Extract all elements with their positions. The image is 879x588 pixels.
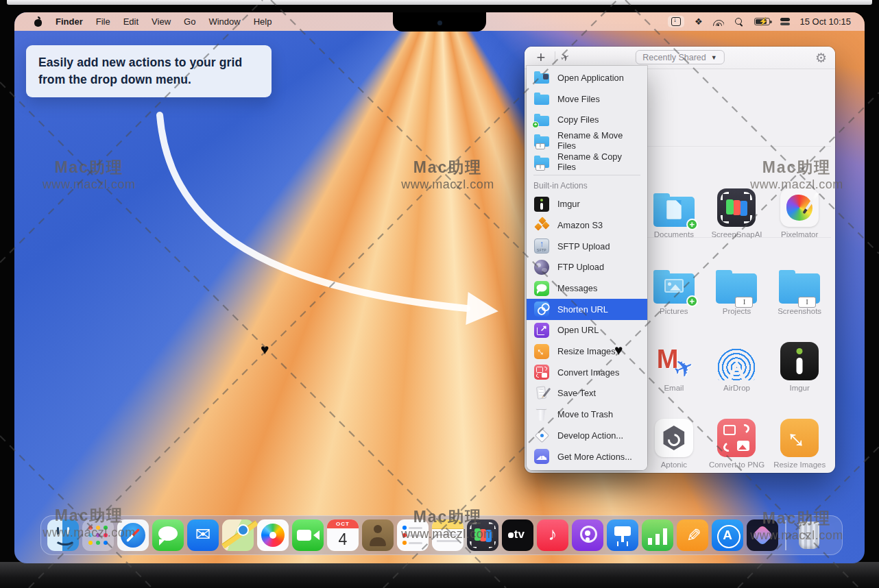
menu-item-open-url[interactable]: Open URL [527, 320, 647, 341]
recently-shared-dropdown[interactable]: Recently Shared ▼ [635, 50, 724, 64]
dock-trash[interactable] [793, 519, 825, 551]
menu-item-open-application[interactable]: Open Application [527, 67, 647, 88]
convert-images-icon [533, 364, 550, 380]
menu-item-copy-files[interactable]: + Copy Files [527, 109, 647, 130]
grid-item-airdrop[interactable]: AirDrop [706, 315, 769, 392]
folder-rename-icon [779, 273, 820, 304]
menu-item-convert-images[interactable]: Convert Images [527, 362, 647, 383]
grid-item-documents[interactable]: + Documents [642, 162, 706, 238]
grid-item-email[interactable]: M✈ Email [642, 315, 706, 392]
grid-item-screenshots[interactable]: Screenshots [768, 238, 831, 315]
menu-edit[interactable]: Edit [123, 16, 139, 27]
dock-pages[interactable] [677, 519, 708, 551]
search-icon[interactable] [734, 17, 744, 27]
dock-contacts[interactable] [362, 519, 394, 551]
macbook-mockup: Finder File Edit View Go Window Help ❖ ⚡… [0, 0, 879, 588]
amazon-s3-icon [533, 217, 550, 233]
menu-item-sftp-upload[interactable]: SFTP Upload [527, 236, 647, 257]
menu-item-rename-copy-files[interactable]: Rename & Copy Files [527, 151, 647, 173]
menu-view[interactable]: View [152, 16, 171, 27]
ftp-globe-icon [533, 259, 550, 275]
menu-item-get-more-actions[interactable]: Get More Actions... [527, 446, 647, 467]
calendar-day: 4 [327, 528, 359, 551]
grid-item-projects[interactable]: Projects [706, 238, 769, 315]
dock-mail[interactable] [187, 519, 219, 551]
dock-launchpad[interactable] [82, 519, 114, 551]
share-icon[interactable]: ✈ [559, 50, 571, 64]
grid-item-pictures[interactable]: + Pictures [642, 238, 706, 315]
menu-window[interactable]: Window [208, 16, 240, 27]
dock-messages[interactable] [152, 519, 184, 551]
dock-screensnapai[interactable] [467, 519, 498, 551]
tutorial-callout: Easily add new actions to your grid from… [26, 45, 272, 97]
folder-rename-icon [533, 132, 550, 149]
dock-safari[interactable] [117, 519, 149, 551]
grid-item-pixelmator[interactable]: Pixelmator [768, 162, 831, 238]
menu-item-ftp-upload[interactable]: FTP Upload [527, 257, 647, 278]
dock-calendar[interactable]: OCT 4 [327, 519, 359, 551]
dock-facetime[interactable] [292, 519, 324, 551]
battery-charging-icon[interactable]: ⚡ [754, 18, 770, 25]
dock-maps[interactable] [222, 519, 254, 551]
control-center-icon[interactable] [780, 18, 790, 25]
apple-menu-icon[interactable] [34, 16, 43, 27]
dock-finder[interactable] [47, 519, 79, 551]
grid-item-resize-images[interactable]: Resize Images [768, 392, 831, 469]
dock-keynote[interactable] [607, 519, 638, 551]
menu-item-messages[interactable]: Messages [527, 278, 647, 299]
email-plane-icon: M✈ [654, 345, 694, 380]
grid-item-convert-to-png[interactable]: Convert to PNG [706, 392, 769, 469]
pixelmator-app-icon [780, 188, 819, 227]
menu-item-move-files[interactable]: Move Files [527, 88, 647, 110]
menu-item-save-text[interactable]: Save Text [527, 383, 647, 404]
cloud-download-icon [533, 448, 550, 465]
sftp-disk-icon [533, 238, 550, 254]
folder-app-icon [533, 69, 550, 86]
macbook-notch [393, 12, 486, 32]
filter-label: Recently Shared [642, 53, 706, 62]
dock-numbers[interactable] [642, 519, 673, 551]
menu-item-imgur[interactable]: Imgur [527, 193, 647, 215]
menu-section-header: Built-in Actions [527, 178, 647, 193]
menu-go[interactable]: Go [184, 16, 195, 27]
gear-icon[interactable]: ⚙ [815, 50, 827, 66]
grid-item-imgur[interactable]: Imgur [768, 315, 831, 392]
messages-icon [533, 280, 550, 297]
macbook-lid-edge [7, 0, 872, 5]
folder-rename-icon [716, 273, 757, 304]
add-action-dropdown-menu: Open Application Move Files + Copy Files… [527, 66, 647, 470]
dock-shortcuts[interactable] [747, 519, 778, 551]
dock-music[interactable] [537, 519, 568, 551]
grid-item-aptonic[interactable]: Aptonic [642, 392, 706, 469]
menu-app-name[interactable]: Finder [56, 16, 83, 27]
menu-item-shorten-url[interactable]: Shorten URL [527, 299, 647, 320]
menu-item-resize-images[interactable]: Resize Images [527, 341, 647, 362]
dropshare-status-item[interactable] [668, 16, 684, 27]
menu-help[interactable]: Help [254, 16, 272, 27]
grid-item-screensnapai[interactable]: ScreenSnapAI [706, 162, 769, 238]
menu-item-move-to-trash[interactable]: Move to Trash [527, 404, 647, 425]
menu-bar-clock[interactable]: 15 Oct 10:15 [800, 16, 851, 27]
trash-icon [533, 406, 550, 423]
menu-item-rename-move-files[interactable]: Rename & Move Files [527, 130, 647, 151]
menu-separator [533, 175, 640, 175]
dock-app-store[interactable] [712, 519, 743, 551]
menu-item-develop-action[interactable]: Develop Action... [527, 425, 647, 446]
toolbar-divider [555, 51, 555, 64]
menu-item-amazon-s3[interactable]: Amazon S3 [527, 215, 647, 236]
add-action-button[interactable]: + [533, 50, 549, 65]
calendar-month: OCT [327, 519, 359, 528]
dock-reminders[interactable] [397, 519, 429, 551]
dock-tv[interactable] [502, 519, 533, 551]
folder-pictures-plus-icon: + [653, 273, 695, 304]
dock-photos[interactable] [257, 519, 289, 551]
screensnap-app-icon [717, 188, 756, 227]
airdrop-rings-icon [718, 346, 755, 380]
dropbox-icon[interactable]: ❖ [695, 17, 703, 26]
open-url-icon [533, 322, 550, 339]
dock-podcasts[interactable] [572, 519, 603, 551]
dock-notes[interactable] [432, 519, 463, 551]
menu-file[interactable]: File [96, 16, 110, 27]
wifi-icon[interactable] [713, 18, 724, 26]
folder-plus-icon: + [533, 112, 550, 128]
